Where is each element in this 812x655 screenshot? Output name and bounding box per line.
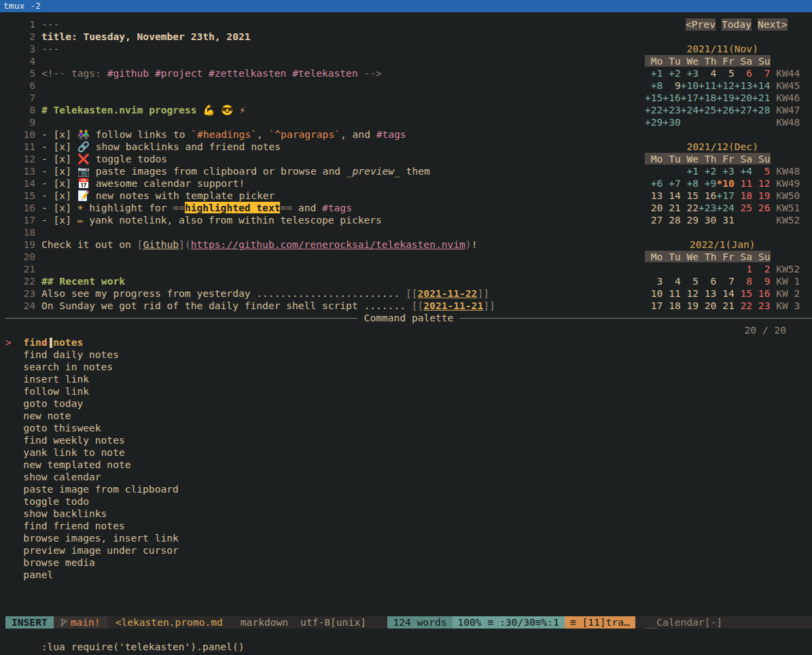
palette-item[interactable]: browse media bbox=[5, 556, 812, 569]
calendar-day[interactable]: 21 bbox=[716, 300, 734, 312]
palette-item[interactable]: paste image from clipboard bbox=[5, 483, 812, 495]
calendar-day[interactable]: 12 bbox=[752, 177, 770, 190]
calendar-day[interactable]: 19 bbox=[752, 190, 770, 202]
editor-window[interactable]: 1---2title: Tuesday, November 23th, 2021… bbox=[5, 12, 812, 312]
palette-item[interactable]: show backlinks bbox=[5, 508, 812, 520]
calendar-day[interactable]: 17 bbox=[645, 300, 663, 312]
calendar-day[interactable]: 10 bbox=[645, 287, 663, 300]
calendar-day[interactable]: +17 bbox=[681, 92, 699, 104]
calendar-day[interactable]: +2 bbox=[699, 165, 716, 177]
palette-item[interactable]: preview image under cursor bbox=[5, 544, 812, 556]
palette-item[interactable]: yank link to note bbox=[5, 446, 812, 459]
calendar-day[interactable] bbox=[645, 165, 663, 177]
git-segment[interactable]: main! bbox=[54, 616, 107, 629]
calendar-day[interactable]: +7 bbox=[663, 177, 680, 190]
palette-item[interactable]: toggle todo bbox=[5, 495, 812, 508]
calendar-day[interactable]: 8 bbox=[735, 275, 752, 287]
calendar-day[interactable]: +18 bbox=[699, 92, 716, 104]
calendar-day[interactable]: +26 bbox=[716, 104, 734, 116]
calendar-prev-button[interactable]: <Prev bbox=[686, 18, 716, 31]
calendar-day[interactable]: 18 bbox=[735, 190, 752, 202]
calendar-day[interactable]: +20 bbox=[735, 92, 752, 104]
calendar-day[interactable] bbox=[681, 263, 699, 275]
calendar-day[interactable]: 21 bbox=[663, 202, 680, 214]
calendar-day[interactable]: +21 bbox=[752, 92, 770, 104]
calendar-day[interactable]: 18 bbox=[663, 300, 680, 312]
calendar-day[interactable] bbox=[663, 165, 680, 177]
calendar-day[interactable] bbox=[716, 263, 734, 275]
calendar-day[interactable]: +17 bbox=[716, 190, 734, 202]
calendar-day[interactable]: +3 bbox=[716, 165, 734, 177]
palette-item[interactable]: > find notes bbox=[5, 336, 812, 349]
calendar-day[interactable]: 14 bbox=[716, 287, 734, 300]
calendar-day[interactable]: 26 bbox=[752, 202, 770, 214]
calendar-day[interactable]: +23 bbox=[699, 202, 716, 214]
calendar-day[interactable] bbox=[752, 214, 770, 226]
calendar-day[interactable]: 22 bbox=[735, 300, 752, 312]
calendar-day[interactable] bbox=[645, 263, 663, 275]
calendar-today-button[interactable]: Today bbox=[722, 18, 752, 31]
palette-item[interactable]: show calendar bbox=[5, 471, 812, 483]
calendar-day[interactable]: +2 bbox=[663, 67, 680, 79]
palette-item[interactable]: browse images, insert link bbox=[5, 532, 812, 544]
calendar-day[interactable]: +10 bbox=[681, 79, 699, 92]
calendar-day[interactable]: +22 bbox=[645, 104, 663, 116]
calendar-day[interactable]: 2 bbox=[752, 263, 770, 275]
palette-item[interactable]: panel bbox=[5, 569, 812, 581]
palette-item[interactable]: new templated note bbox=[5, 459, 812, 471]
calendar-day[interactable]: 5 bbox=[752, 165, 770, 177]
calendar-day[interactable]: *10 bbox=[716, 177, 734, 190]
calendar-day[interactable]: +28 bbox=[752, 104, 770, 116]
calendar-day[interactable]: 16 bbox=[752, 287, 770, 300]
calendar-day[interactable]: 3 bbox=[645, 275, 663, 287]
palette-prompt-input[interactable]: > 20 / 20 bbox=[5, 324, 812, 336]
buffer-indicator[interactable]: ≡ [11]tra… bbox=[565, 616, 635, 629]
calendar-day[interactable]: +12 bbox=[716, 79, 734, 92]
calendar-day[interactable]: 13 bbox=[699, 287, 716, 300]
calendar-day[interactable]: 25 bbox=[735, 202, 752, 214]
calendar-day[interactable]: 1 bbox=[735, 263, 752, 275]
calendar-day[interactable]: +14 bbox=[752, 79, 770, 92]
filename-label[interactable]: <lekasten.promo.md bbox=[116, 616, 223, 629]
calendar-day[interactable]: 5 bbox=[716, 67, 734, 79]
calendar-day[interactable] bbox=[752, 116, 770, 128]
calendar-day[interactable]: +16 bbox=[663, 92, 680, 104]
calendar-day[interactable] bbox=[663, 263, 680, 275]
palette-item[interactable]: new note bbox=[5, 410, 812, 422]
calendar-day[interactable]: 5 bbox=[681, 275, 699, 287]
calendar-day[interactable]: +8 bbox=[645, 79, 663, 92]
calendar-day[interactable]: 12 bbox=[681, 287, 699, 300]
calendar-day[interactable]: +1 bbox=[645, 67, 663, 79]
calendar-day[interactable]: 4 bbox=[663, 275, 680, 287]
calendar-day[interactable]: 4 bbox=[699, 67, 716, 79]
calendar-day[interactable]: 16 bbox=[699, 190, 716, 202]
calendar-day[interactable]: +6 bbox=[645, 177, 663, 190]
calendar-day[interactable]: 11 bbox=[663, 287, 680, 300]
calendar-day[interactable]: +13 bbox=[735, 79, 752, 92]
calendar-day[interactable]: +24 bbox=[716, 202, 734, 214]
calendar-day[interactable]: +19 bbox=[716, 92, 734, 104]
calendar-day[interactable]: 11 bbox=[735, 177, 752, 190]
calendar-day[interactable]: 6 bbox=[699, 275, 716, 287]
calendar-day[interactable]: 9 bbox=[752, 275, 770, 287]
calendar-day[interactable]: +24 bbox=[681, 104, 699, 116]
calendar-day[interactable]: 20 bbox=[645, 202, 663, 214]
palette-item[interactable]: goto thisweek bbox=[5, 422, 812, 434]
palette-item[interactable]: search in notes bbox=[5, 361, 812, 373]
palette-item[interactable]: goto today bbox=[5, 397, 812, 410]
calendar-day[interactable]: +8 bbox=[681, 177, 699, 190]
command-line[interactable]: :lua require('telekasten').panel() bbox=[5, 629, 812, 641]
calendar-day[interactable]: +29 bbox=[645, 116, 663, 128]
calendar-day[interactable]: +1 bbox=[681, 165, 699, 177]
calendar-day[interactable]: 13 bbox=[645, 190, 663, 202]
calendar-day[interactable]: +25 bbox=[699, 104, 716, 116]
calendar-day[interactable]: 7 bbox=[752, 67, 770, 79]
calendar-day[interactable] bbox=[699, 116, 716, 128]
palette-item[interactable]: find weekly notes bbox=[5, 434, 812, 446]
calendar-day[interactable]: 27 bbox=[645, 214, 663, 226]
calendar-day[interactable]: 7 bbox=[716, 275, 734, 287]
calendar-day[interactable]: +11 bbox=[699, 79, 716, 92]
calendar-day[interactable] bbox=[735, 214, 752, 226]
calendar-day[interactable]: 9 bbox=[663, 79, 680, 92]
calendar-day[interactable]: 19 bbox=[681, 300, 699, 312]
